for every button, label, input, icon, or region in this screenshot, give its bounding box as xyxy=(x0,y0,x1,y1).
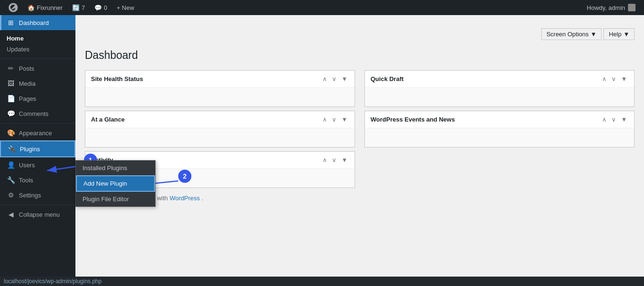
sidebar-tools-label: Tools xyxy=(19,177,33,184)
dashboard-icon: ⊞ xyxy=(7,18,15,27)
sidebar-item-plugins[interactable]: 🔌 Plugins xyxy=(0,140,75,157)
widget-at-glance-dropdown[interactable]: ▼ xyxy=(340,115,349,124)
widget-quick-draft-controls: ∧ ∨ ▼ xyxy=(601,74,628,83)
widget-at-a-glance-body xyxy=(85,128,355,147)
wp-logo-button[interactable] xyxy=(4,0,23,15)
widget-activity-dropdown[interactable]: ▼ xyxy=(340,155,349,164)
admin-avatar xyxy=(628,4,636,11)
sidebar-media-label: Media xyxy=(19,80,35,87)
page-footer: Thank you for creating with WordPress . xyxy=(85,190,635,206)
sidebar-item-media[interactable]: 🖼 Media xyxy=(0,76,75,91)
wp-logo-icon xyxy=(8,3,18,12)
howdy-text: Howdy, admin xyxy=(587,4,625,11)
sidebar-plugins-label: Plugins xyxy=(20,146,40,153)
comments-button[interactable]: 💬 0 xyxy=(90,0,112,15)
widget-quick-draft-up[interactable]: ∧ xyxy=(601,74,608,83)
media-icon: 🖼 xyxy=(7,79,15,88)
sidebar-appearance-label: Appearance xyxy=(19,130,52,137)
widget-quick-draft-header: Quick Draft ∧ ∨ ▼ xyxy=(365,71,634,88)
posts-icon: ✏ xyxy=(7,64,15,73)
widget-at-glance-down[interactable]: ∨ xyxy=(330,115,338,124)
new-content-button[interactable]: + New xyxy=(112,0,139,15)
home-icon: 🏠 xyxy=(27,4,35,11)
sidebar-updates-item[interactable]: Updates xyxy=(0,44,75,57)
menu-divider-1 xyxy=(0,58,75,59)
widget-quick-draft-down[interactable]: ∨ xyxy=(610,74,618,83)
sidebar-item-appearance[interactable]: 🎨 Appearance xyxy=(0,125,75,140)
sidebar-item-posts[interactable]: ✏ Posts xyxy=(0,61,75,76)
sidebar-item-comments[interactable]: 💬 Comments xyxy=(0,106,75,121)
widget-wp-events-up[interactable]: ∧ xyxy=(601,115,608,124)
footer-period: . xyxy=(201,195,203,202)
submenu-plugin-file-editor[interactable]: Plugin File Editor xyxy=(76,192,155,206)
widget-wp-events-down[interactable]: ∨ xyxy=(610,115,618,124)
widget-site-health-header: Site Health Status ∧ ∨ ▼ xyxy=(85,71,355,88)
widget-activity-down[interactable]: ∨ xyxy=(330,155,338,164)
sidebar-posts-label: Posts xyxy=(19,65,34,72)
help-button[interactable]: Help ▼ xyxy=(603,28,635,40)
screen-meta-bar: Screen Options ▼ Help ▼ xyxy=(85,25,635,44)
admin-bar: 🏠 Fixrunner 🔄 7 💬 0 + New Howdy, admin xyxy=(0,0,644,15)
help-chevron: ▼ xyxy=(623,31,629,38)
widget-at-a-glance-title: At a Glance xyxy=(91,116,125,123)
submenu-installed-plugins[interactable]: Installed Plugins xyxy=(76,161,155,175)
widget-site-health-body xyxy=(85,88,355,106)
sidebar-item-tools[interactable]: 🔧 Tools xyxy=(0,172,75,188)
updates-count: 7 xyxy=(82,4,85,11)
sidebar-updates-label: Updates xyxy=(7,46,29,53)
sidebar-pages-label: Pages xyxy=(19,95,36,102)
collapse-icon: ◀ xyxy=(7,210,15,219)
sidebar-item-settings[interactable]: ⚙ Settings xyxy=(0,188,75,203)
widget-wp-events-controls: ∧ ∨ ▼ xyxy=(601,115,628,124)
pages-icon: 📄 xyxy=(7,94,15,103)
updates-icon: 🔄 xyxy=(72,4,80,11)
widget-toggle-dropdown[interactable]: ▼ xyxy=(340,74,349,83)
widget-quick-draft-body xyxy=(365,88,634,106)
sidebar-home-label: Home xyxy=(0,30,75,44)
widget-site-health-title: Site Health Status xyxy=(91,75,143,82)
site-name-button[interactable]: 🏠 Fixrunner xyxy=(23,0,67,15)
submenu-add-new-plugin[interactable]: Add New Plugin xyxy=(76,175,155,192)
sidebar-item-pages[interactable]: 📄 Pages xyxy=(0,91,75,106)
widget-collapse-down[interactable]: ∨ xyxy=(330,74,338,83)
widget-wp-events-title: WordPress Events and News xyxy=(371,116,455,123)
plugins-submenu: Installed Plugins Add New Plugin Plugin … xyxy=(75,160,156,207)
widget-wp-events-dropdown[interactable]: ▼ xyxy=(619,115,628,124)
tools-icon: 🔧 xyxy=(7,176,15,184)
sidebar-collapse-menu[interactable]: ◀ Collapse menu xyxy=(0,207,75,222)
help-label: Help xyxy=(609,31,621,38)
status-bar: localhost/joevics/wp-admin/plugins.php xyxy=(0,277,644,286)
widget-collapse-up[interactable]: ∧ xyxy=(321,74,329,83)
comments-sidebar-icon: 💬 xyxy=(7,109,15,118)
new-label: + New xyxy=(116,4,134,11)
sidebar-item-dashboard[interactable]: ⊞ Dashboard xyxy=(0,15,75,30)
updates-button[interactable]: 🔄 7 xyxy=(67,0,90,15)
screen-options-button[interactable]: Screen Options ▼ xyxy=(541,28,602,40)
menu-divider-3 xyxy=(0,204,75,205)
howdy-menu[interactable]: Howdy, admin xyxy=(582,0,640,15)
widget-activity-controls: ∧ ∨ ▼ xyxy=(321,155,349,164)
widget-quick-draft-dropdown[interactable]: ▼ xyxy=(619,74,628,83)
installed-plugins-label: Installed Plugins xyxy=(83,164,127,172)
plugin-file-editor-label: Plugin File Editor xyxy=(83,196,129,203)
widget-site-health-status: Site Health Status ∧ ∨ ▼ xyxy=(85,70,355,107)
sidebar-collapse-label: Collapse menu xyxy=(19,211,60,218)
widget-quick-draft-title: Quick Draft xyxy=(371,75,404,82)
status-bar-url: localhost/joevics/wp-admin/plugins.php xyxy=(4,278,101,285)
wp-link-text: WordPress xyxy=(170,195,200,202)
admin-sidebar: ⊞ Dashboard Home Updates ✏ Posts 🖼 Media… xyxy=(0,15,75,286)
dashboard-columns: Site Health Status ∧ ∨ ▼ At a Glanc xyxy=(85,70,635,190)
menu-divider-2 xyxy=(0,123,75,123)
site-name: Fixrunner xyxy=(37,4,63,11)
sidebar-item-users[interactable]: 👤 Users xyxy=(0,157,75,172)
widget-wp-events-header: WordPress Events and News ∧ ∨ ▼ xyxy=(365,111,634,128)
widget-wp-events: WordPress Events and News ∧ ∨ ▼ xyxy=(364,111,635,147)
add-new-plugin-label: Add New Plugin xyxy=(83,180,127,187)
wp-link[interactable]: WordPress xyxy=(170,195,202,202)
widget-at-a-glance: At a Glance ∧ ∨ ▼ xyxy=(85,111,355,147)
comments-icon: 💬 xyxy=(94,4,102,11)
widget-wp-events-body xyxy=(365,128,634,147)
widget-at-glance-up[interactable]: ∧ xyxy=(321,115,329,124)
page-title: Dashboard xyxy=(85,49,635,63)
widget-activity-up[interactable]: ∧ xyxy=(321,155,329,164)
